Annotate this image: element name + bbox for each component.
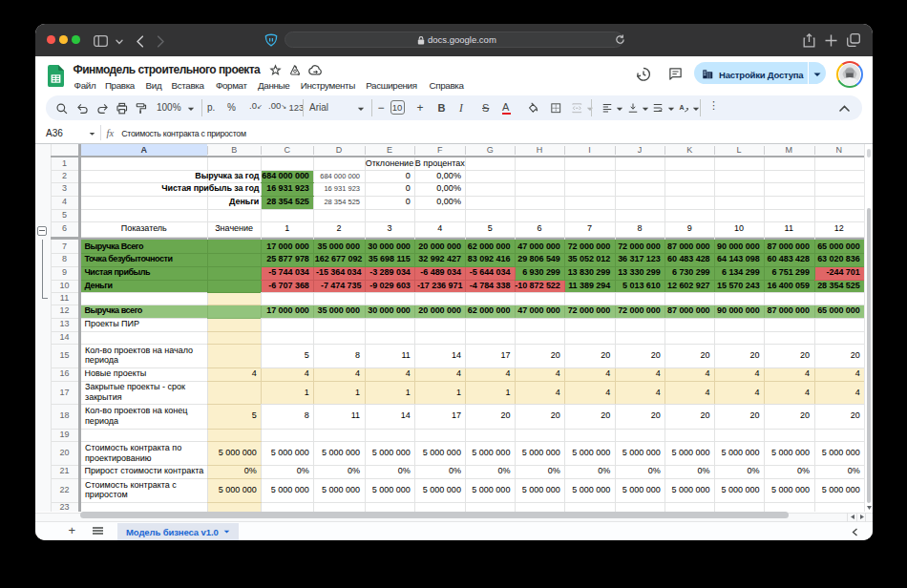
svg-text:A: A bbox=[680, 104, 685, 111]
